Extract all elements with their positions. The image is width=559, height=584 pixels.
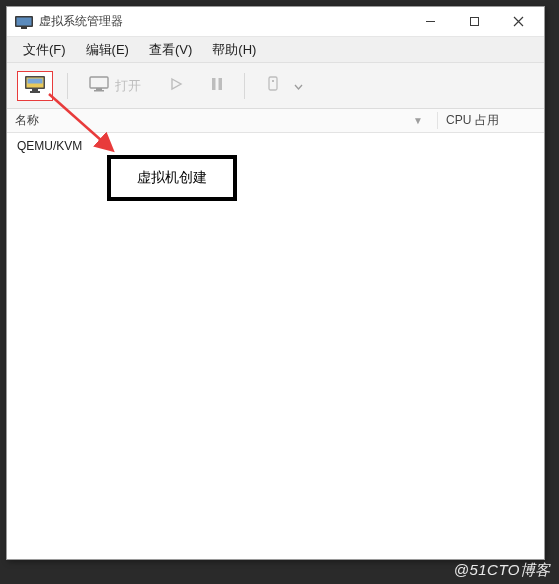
titlebar: 虚拟系统管理器 [7,7,544,37]
close-button[interactable] [496,7,540,36]
svg-rect-3 [426,21,435,22]
svg-rect-16 [272,80,274,82]
new-vm-button[interactable] [17,71,53,101]
menu-view[interactable]: 查看(V) [139,38,202,62]
svg-rect-12 [94,90,104,92]
svg-rect-8 [32,89,38,91]
column-name-label: 名称 [15,112,39,129]
annotation-callout: 虚拟机创建 [107,155,237,201]
shutdown-button[interactable] [259,71,310,101]
pause-icon [211,77,223,94]
list-header: 名称 ▼ CPU 占用 [7,109,544,133]
play-icon [169,77,183,94]
column-name[interactable]: 名称 ▼ [7,112,438,129]
svg-rect-11 [96,88,102,90]
svg-rect-2 [21,27,27,29]
window-title: 虚拟系统管理器 [39,13,123,30]
svg-rect-1 [17,17,32,25]
chevron-down-icon [294,78,303,93]
svg-rect-7 [28,79,43,84]
svg-rect-14 [219,78,223,90]
monitor-icon [89,76,109,95]
annotation-text: 虚拟机创建 [137,169,207,187]
open-button[interactable]: 打开 [82,71,148,101]
close-icon [513,14,524,30]
vm-list: QEMU/KVM 虚拟机创建 [7,133,544,559]
svg-rect-10 [90,77,108,88]
svg-rect-4 [470,17,478,25]
maximize-button[interactable] [452,7,496,36]
shutdown-icon [266,75,280,96]
minimize-icon [425,14,436,30]
open-label: 打开 [115,77,141,95]
toolbar: 打开 [7,63,544,109]
svg-rect-13 [212,78,216,90]
monitor-new-icon [24,75,46,96]
column-cpu[interactable]: CPU 占用 [438,112,544,129]
menubar: 文件(F) 编辑(E) 查看(V) 帮助(H) [7,37,544,63]
sort-indicator-icon: ▼ [413,115,423,126]
run-button[interactable] [162,71,190,101]
menu-file[interactable]: 文件(F) [13,38,76,62]
toolbar-separator-2 [244,73,245,99]
app-icon [15,15,33,29]
toolbar-separator-1 [67,73,68,99]
column-cpu-label: CPU 占用 [446,113,499,127]
pause-button[interactable] [204,71,230,101]
watermark: @51CTO博客 [454,561,551,580]
list-item[interactable]: QEMU/KVM [7,133,544,159]
minimize-button[interactable] [408,7,452,36]
svg-rect-15 [269,77,277,90]
svg-rect-9 [30,91,40,93]
menu-help[interactable]: 帮助(H) [202,38,266,62]
connection-name: QEMU/KVM [17,139,82,153]
maximize-icon [469,14,480,30]
app-window: 虚拟系统管理器 文件(F) 编辑(E) 查看(V) 帮助(H) [6,6,545,560]
menu-edit[interactable]: 编辑(E) [76,38,139,62]
